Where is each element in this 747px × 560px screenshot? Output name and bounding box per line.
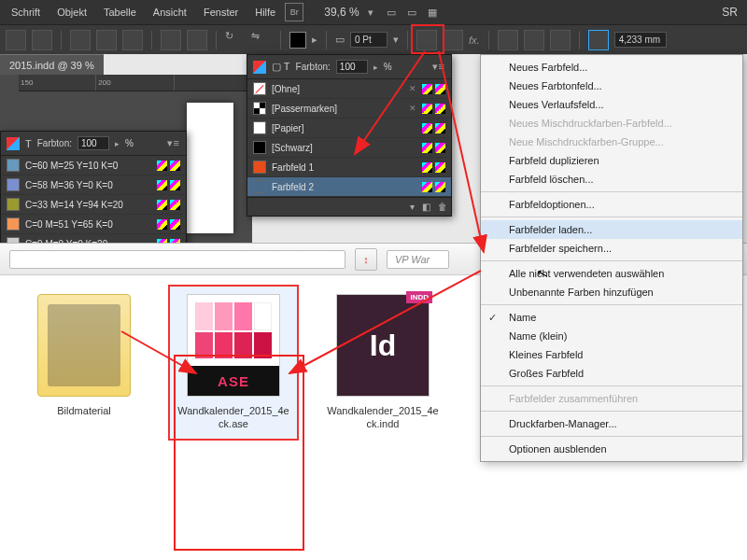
swatch-icon — [7, 137, 20, 150]
file-item[interactable]: ASEWandkalender_2015_4eck.ase — [177, 294, 289, 431]
menu-schrift[interactable]: Schrift — [4, 3, 48, 21]
menu-item[interactable]: Neues Farbtonfeld... — [481, 77, 742, 95]
tool-placeholder[interactable] — [498, 30, 518, 50]
color-type-icon — [170, 161, 180, 171]
tool-placeholder[interactable] — [443, 30, 463, 50]
swatch-chip — [7, 217, 20, 231]
menu-objekt[interactable]: Objekt — [49, 3, 94, 21]
trash-icon[interactable]: 🗑 — [438, 202, 447, 212]
refresh-button[interactable]: ↕ — [355, 248, 377, 271]
swatch-row[interactable]: C=33 M=14 Y=94 K=20 — [1, 195, 186, 215]
swatch-row[interactable]: [Schwarz] — [247, 138, 451, 158]
swatch-name: [Schwarz] — [272, 143, 416, 153]
tool-placeholder[interactable] — [524, 30, 544, 50]
zoom-level[interactable]: 39,6 % — [324, 6, 359, 19]
swatch-chip — [253, 102, 266, 115]
swatch-name: C=58 M=36 Y=0 K=0 — [25, 180, 151, 190]
tool-placeholder[interactable] — [96, 30, 117, 50]
new-swatch-icon[interactable]: ▾ — [410, 202, 415, 212]
menu-item[interactable]: Neues Farbfeld... — [481, 58, 742, 77]
bridge-icon[interactable]: Br — [285, 3, 303, 21]
tool-placeholder[interactable] — [70, 30, 91, 50]
swatch-chip — [7, 178, 20, 191]
panel-footer: ▾ ◧ 🗑 — [247, 197, 451, 216]
search-field[interactable]: VP War — [387, 250, 449, 269]
menu-hilfe[interactable]: Hilfe — [247, 3, 283, 21]
lock-icon: ✕ — [409, 84, 419, 94]
menu-item[interactable]: Farbfeldoptionen... — [481, 195, 742, 214]
tool-placeholder[interactable] — [122, 30, 143, 50]
path-dropdown[interactable] — [9, 250, 345, 269]
swatch-row[interactable]: C=58 M=36 Y=0 K=0 — [1, 175, 186, 195]
swatch-name: C=60 M=25 Y=10 K=0 — [25, 161, 151, 171]
tool-placeholder[interactable] — [161, 30, 181, 50]
page[interactable] — [187, 103, 233, 233]
menu-tabelle[interactable]: Tabelle — [96, 3, 144, 21]
menu-item[interactable]: Farbfelder speichern... — [481, 239, 742, 258]
tint-field[interactable] — [78, 136, 109, 150]
menu-item[interactable]: Farbfeld duplizieren — [481, 151, 742, 170]
chevron-down-icon[interactable]: ▾ — [361, 3, 380, 21]
menubar: Schrift Objekt Tabelle Ansicht Fenster H… — [0, 0, 747, 24]
new-swatch-icon[interactable]: ◧ — [422, 202, 430, 212]
tool-placeholder[interactable] — [550, 30, 571, 50]
tool-placeholder[interactable] — [187, 30, 207, 50]
color-type-icon — [435, 104, 445, 114]
tool-placeholder[interactable] — [416, 30, 437, 50]
tool-placeholder[interactable] — [6, 30, 26, 50]
swatch-row[interactable]: [Ohne] ✕ — [247, 79, 451, 99]
color-mode-icon — [422, 123, 432, 133]
swatch-name: Farbfeld 2 — [272, 182, 416, 192]
menu-ansicht[interactable]: Ansicht — [146, 3, 194, 21]
swatch-row[interactable]: C=0 M=51 Y=65 K=0 — [1, 215, 186, 234]
menu-item[interactable]: Farbfeld löschen... — [481, 170, 742, 189]
menu-item[interactable]: Druckfarben-Manager... — [481, 414, 742, 433]
color-mode-icon — [157, 161, 167, 171]
view-mode-icon[interactable]: ▭ — [382, 3, 401, 21]
file-item[interactable]: INDDIdWandkalender_2015_4eck.indd — [327, 294, 439, 431]
menu-item[interactable]: Neues Verlaufsfeld... — [481, 95, 742, 114]
swatch-row[interactable]: C=60 M=25 Y=10 K=0 — [1, 156, 186, 175]
color-type-icon — [170, 200, 180, 210]
stroke-icon: ▭ — [335, 34, 345, 46]
menu-item[interactable]: Farbfelder laden... — [481, 220, 742, 239]
swatch-row[interactable]: [Papier] — [247, 119, 451, 138]
stroke-weight-field[interactable] — [350, 32, 388, 48]
arrange-icon[interactable]: ▦ — [423, 3, 442, 21]
file-item[interactable]: Bildmaterial — [28, 294, 140, 417]
menu-fenster[interactable]: Fenster — [196, 3, 246, 21]
panel-menu-icon[interactable]: ▾≡ — [432, 61, 445, 73]
menu-item[interactable]: Optionen ausblenden — [481, 440, 742, 458]
indd-thumbnail: INDDId — [336, 294, 430, 397]
panel-menu-icon[interactable]: ▾≡ — [167, 137, 180, 149]
flip-icon[interactable]: ⇋ — [251, 30, 272, 50]
fx-label[interactable]: fx. — [469, 35, 480, 46]
menu-item[interactable]: Alle nicht verwendeten auswählen — [481, 264, 742, 283]
swatches-context-menu: Neues Farbfeld... Neues Farbtonfeld... N… — [480, 54, 743, 462]
fill-swatch[interactable] — [289, 32, 306, 49]
type-icon[interactable]: T — [25, 138, 32, 149]
menu-item[interactable]: Kleines Farbfeld — [481, 345, 742, 364]
menu-item[interactable]: ✓Name — [481, 308, 742, 327]
tint-field[interactable] — [336, 60, 368, 74]
swatch-row[interactable]: Farbfeld 1 — [247, 158, 451, 177]
measure-field[interactable] — [614, 32, 667, 48]
swatch-chip — [253, 161, 266, 174]
document-tab[interactable]: 2015.indd @ 39 % — [0, 54, 104, 76]
tool-placeholder[interactable] — [32, 30, 52, 50]
menu-item: Farbfelder zusammenführen — [481, 389, 742, 408]
swatch-row[interactable]: Farbfeld 2 — [247, 177, 451, 197]
rotate-icon[interactable]: ↻ — [225, 30, 246, 50]
workspace-label[interactable]: SR — [722, 6, 743, 19]
swatch-row[interactable]: [Passermarken] ✕ — [247, 99, 451, 119]
color-type-icon — [435, 84, 445, 94]
tint-label: Farbton: — [37, 138, 72, 148]
control-bar: ↻ ⇋ ▸ ▭ ▾ fx. — [0, 24, 747, 54]
menu-item[interactable]: Name (klein) — [481, 327, 742, 345]
menu-item[interactable]: Großes Farbfeld — [481, 364, 742, 383]
frame-fit-icon[interactable] — [588, 30, 609, 50]
screen-mode-icon[interactable]: ▭ — [402, 3, 421, 21]
type-icon[interactable]: ▢ T — [272, 61, 290, 73]
menu-item[interactable]: Unbenannte Farben hinzufügen — [481, 283, 742, 301]
check-icon: ✓ — [488, 312, 497, 324]
